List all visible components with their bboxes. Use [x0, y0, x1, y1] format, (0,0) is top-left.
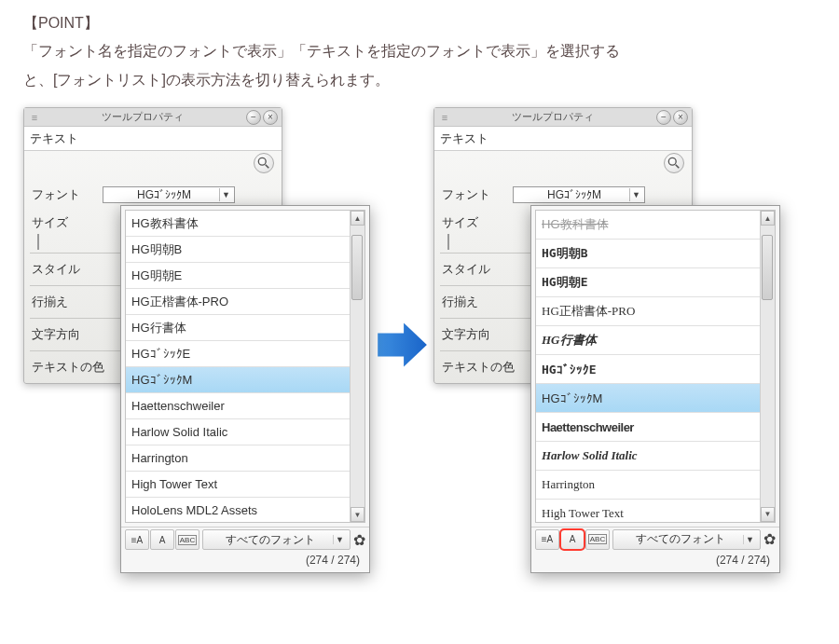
font-list-item[interactable]: HG正楷書体-PRO [126, 289, 364, 315]
minimize-button[interactable]: − [246, 110, 261, 125]
chevron-down-icon[interactable]: ▼ [743, 535, 756, 544]
font-list-item[interactable]: HG明朝E [536, 268, 775, 297]
scroll-thumb[interactable] [351, 235, 363, 300]
close-button[interactable]: × [673, 110, 688, 125]
size-label: サイズ [32, 214, 103, 231]
svg-line-4 [676, 165, 680, 169]
svg-point-3 [668, 158, 676, 165]
list-mode-b-icon[interactable]: A [150, 529, 174, 550]
chevron-down-icon[interactable]: ▼ [333, 535, 346, 544]
magnifier-icon[interactable] [254, 153, 274, 173]
list-mode-c-icon[interactable]: ABC [585, 529, 610, 550]
panel-subheader: テキスト [434, 127, 692, 151]
font-list-item[interactable]: HG教科書体 [126, 211, 364, 237]
font-dropdown-left: HG教科書体HG明朝BHG明朝EHG正楷書体-PROHG行書体HGｺﾞｼｯｸEH… [120, 205, 370, 573]
scroll-thumb[interactable] [762, 235, 773, 300]
panel-title: ツールプロパティ [41, 110, 244, 124]
font-list-item[interactable]: HGｺﾞｼｯｸM [536, 384, 775, 413]
list-mode-a-icon[interactable]: ≡A [125, 529, 149, 550]
chevron-down-icon[interactable]: ▼ [219, 188, 232, 201]
svg-line-1 [266, 165, 269, 169]
size-input[interactable] [447, 234, 449, 250]
grip-icon[interactable]: ≡ [28, 111, 41, 124]
search-row [24, 151, 282, 179]
size-input[interactable] [37, 234, 39, 250]
scroll-up-icon[interactable]: ▲ [351, 211, 364, 226]
grip-icon[interactable]: ≡ [438, 111, 451, 124]
dropdown-footer: ≡A A ABC すべてのフォント ▼ ✿ [531, 527, 779, 552]
filter-select[interactable]: すべてのフォント ▼ [202, 529, 351, 550]
font-list-item[interactable]: HGｺﾞｼｯｸE [126, 341, 364, 367]
svg-point-0 [258, 158, 266, 165]
point-line2: と、[フォントリスト]の表示方法を切り替えられます。 [23, 72, 390, 88]
scroll-down-icon[interactable]: ▼ [351, 507, 364, 522]
font-list-item[interactable]: HG行書体 [536, 326, 775, 355]
font-list-item[interactable]: Haettenschweiler [536, 413, 775, 442]
textcolor-label: テキストの色 [442, 359, 515, 376]
font-dropdown-right: HG教科書体HG明朝BHG明朝EHG正楷書体-PROHG行書体HGｺﾞｼｯｸEH… [530, 205, 780, 573]
filter-value: すべてのフォント [617, 531, 743, 547]
font-list-item[interactable]: High Tower Text [536, 500, 775, 523]
scrollbar[interactable]: ▲ ▼ [350, 211, 364, 522]
panel-subheader: テキスト [24, 127, 282, 151]
font-list-item[interactable]: Harrington [536, 471, 775, 500]
panel-title: ツールプロパティ [451, 110, 654, 124]
panel-titlebar[interactable]: ≡ ツールプロパティ − × [24, 108, 282, 127]
search-row [434, 151, 692, 179]
font-list-item[interactable]: HoloLens MDL2 Assets [126, 498, 364, 523]
font-list-item[interactable]: HG明朝E [126, 263, 364, 289]
font-list-item[interactable]: HG明朝B [126, 237, 364, 263]
font-list-item[interactable]: High Tower Text [126, 472, 364, 498]
filter-value: すべてのフォント [207, 532, 333, 548]
font-list-left[interactable]: HG教科書体HG明朝BHG明朝EHG正楷書体-PROHG行書体HGｺﾞｼｯｸEH… [125, 210, 365, 523]
point-description: 【POINT】 「フォント名を指定のフォントで表示」「テキストを指定のフォントで… [23, 9, 816, 94]
left-panel-wrap: ≡ ツールプロパティ − × テキスト フォント HGｺﾞｼｯｸM ▼ [23, 107, 368, 582]
font-list-item[interactable]: HGｺﾞｼｯｸM [126, 367, 364, 393]
font-list-item[interactable]: Harlow Solid Italic [536, 442, 775, 471]
font-list-item[interactable]: Haettenschweiler [126, 393, 364, 419]
style-label: スタイル [32, 261, 103, 278]
chevron-down-icon[interactable]: ▼ [629, 188, 642, 201]
direction-label: 文字方向 [442, 326, 513, 343]
font-list-item[interactable]: HG行書体 [126, 315, 364, 341]
filter-select[interactable]: すべてのフォント ▼ [612, 529, 761, 550]
list-mode-c-icon[interactable]: ABC [175, 529, 199, 550]
right-panel-wrap: ≡ ツールプロパティ − × テキスト フォント HGｺﾞｼｯｸM ▼ [433, 107, 778, 582]
size-label: サイズ [442, 214, 513, 231]
font-list-item[interactable]: HGｺﾞｼｯｸE [536, 355, 775, 384]
list-mode-b-icon[interactable]: A [560, 529, 585, 550]
align-label: 行揃え [442, 294, 513, 310]
minimize-button[interactable]: − [656, 110, 671, 125]
subheader-text: テキスト [440, 130, 686, 147]
gear-icon[interactable]: ✿ [353, 531, 365, 549]
font-label: フォント [442, 186, 513, 203]
panels-row: ≡ ツールプロパティ − × テキスト フォント HGｺﾞｼｯｸM ▼ [23, 107, 816, 582]
font-combobox[interactable]: HGｺﾞｼｯｸM ▼ [513, 186, 645, 203]
magnifier-icon[interactable] [664, 153, 684, 173]
textcolor-label: テキストの色 [32, 359, 104, 376]
dropdown-footer: ≡A A ABC すべてのフォント ▼ ✿ [121, 527, 369, 552]
scrollbar[interactable]: ▲ ▼ [760, 211, 775, 522]
scroll-up-icon[interactable]: ▲ [761, 211, 775, 226]
arrow-icon [372, 316, 430, 374]
subheader-text: テキスト [30, 130, 276, 147]
font-list-item[interactable]: Harlow Solid Italic [126, 419, 364, 445]
list-mode-a-icon[interactable]: ≡A [535, 529, 559, 550]
scroll-track[interactable] [351, 226, 364, 507]
svg-marker-2 [378, 323, 427, 367]
gear-icon[interactable]: ✿ [763, 530, 776, 548]
font-list-item[interactable]: HG明朝B [536, 240, 775, 268]
font-combobox[interactable]: HGｺﾞｼｯｸM ▼ [103, 186, 235, 203]
font-list-item[interactable]: HG教科書体 [536, 211, 775, 240]
scroll-track[interactable] [761, 226, 775, 507]
font-list-item[interactable]: HG正楷書体-PRO [536, 297, 775, 326]
font-count: (274 / 274) [531, 552, 779, 572]
direction-label: 文字方向 [32, 326, 103, 343]
align-label: 行揃え [32, 294, 103, 310]
font-list-item[interactable]: Harrington [126, 445, 364, 472]
close-button[interactable]: × [263, 110, 278, 125]
scroll-down-icon[interactable]: ▼ [761, 507, 775, 522]
font-list-right[interactable]: HG教科書体HG明朝BHG明朝EHG正楷書体-PROHG行書体HGｺﾞｼｯｸEH… [535, 210, 776, 523]
point-line1: 「フォント名を指定のフォントで表示」「テキストを指定のフォントで表示」を選択する [23, 43, 620, 59]
panel-titlebar[interactable]: ≡ ツールプロパティ − × [434, 108, 692, 127]
